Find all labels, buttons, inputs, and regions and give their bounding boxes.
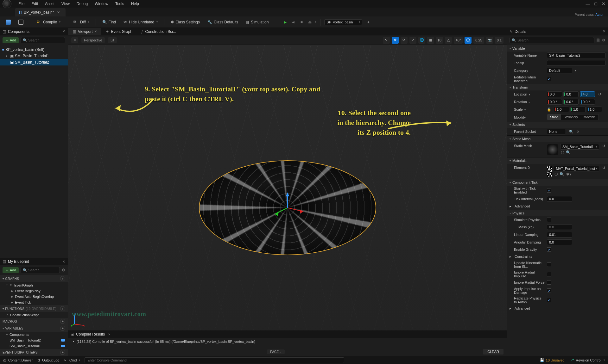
construction-script-item[interactable]: ƒConstructionScript <box>0 312 68 318</box>
camera-speed-value[interactable]: 0.1 <box>495 37 504 44</box>
ignore-radial-force-checkbox[interactable] <box>547 280 551 285</box>
macros-header[interactable]: MACROS+ <box>0 318 68 325</box>
add-blueprint-button[interactable]: ＋ Add <box>3 267 19 273</box>
add-component-button[interactable]: ＋ Add <box>3 37 19 43</box>
parent-class-link[interactable]: Actor <box>595 13 604 16</box>
rotation-y[interactable]: 0.0 ° <box>563 99 579 105</box>
window-close-icon[interactable]: ✕ <box>602 1 605 6</box>
enable-gravity-checkbox[interactable]: ✔ <box>547 247 551 252</box>
scale-x[interactable]: 1.0 <box>554 107 569 112</box>
replicate-physics-checkbox[interactable]: ✔ <box>547 298 551 302</box>
apply-impulse-checkbox[interactable]: ✔ <box>547 288 551 293</box>
event-tick[interactable]: ◆Event Tick <box>0 299 68 305</box>
window-maximize-icon[interactable]: □ <box>595 1 597 6</box>
stop-button[interactable]: ■ <box>298 19 305 26</box>
close-panel-icon[interactable]: ✕ <box>62 29 65 34</box>
components-panel-tab[interactable]: ◫ Components ✕ <box>0 28 68 35</box>
functions-header[interactable]: ▾FUNCTIONS(19 OVERRIDABLE)+ <box>0 305 68 312</box>
add-dispatcher-button[interactable]: + <box>60 350 65 355</box>
settings-icon[interactable]: ⚙ <box>62 268 65 272</box>
eventgraph-tab[interactable]: ✦Event Graph <box>101 28 136 35</box>
window-minimize-icon[interactable]: — <box>586 1 590 6</box>
components-vars-header[interactable]: ▾Components <box>0 332 68 337</box>
add-variable-button[interactable]: + <box>60 326 65 331</box>
editable-checkbox[interactable]: ✔ <box>547 77 551 81</box>
tick-interval-field[interactable]: 0.0 <box>547 196 572 202</box>
my-blueprint-tab[interactable]: ▤ My Blueprint ✕ <box>0 258 68 265</box>
location-y[interactable]: 0.0 <box>563 91 579 97</box>
menu-asset[interactable]: Asset <box>42 1 58 7</box>
angle-snap-value[interactable]: 45° <box>454 37 463 44</box>
close-panel-icon[interactable]: ✕ <box>603 29 605 34</box>
section-variable[interactable]: ▾Variable <box>507 45 608 52</box>
cmd-selector[interactable]: >_Cmd▾ <box>64 358 80 362</box>
browse-icon[interactable]: 🔍 <box>569 130 573 134</box>
static-mesh-selector[interactable]: SM_Basin_Tutorial1▾ <box>560 144 599 150</box>
scale-y[interactable]: 1.0 <box>570 107 586 112</box>
viewport-3d[interactable]: z x y 9. Select "SM_Basin_Tutorial1" (yo… <box>68 45 507 330</box>
use-selected-icon[interactable]: ⬡ <box>554 172 558 176</box>
details-search[interactable]: 🔍 Search <box>510 37 594 43</box>
debug-target-selector[interactable]: BP_vortex_basin▾ <box>324 19 362 25</box>
menu-view[interactable]: View <box>58 1 73 7</box>
lock-scale-icon[interactable]: 🔓 <box>547 108 551 112</box>
menu-help[interactable]: Help <box>128 1 142 7</box>
component-sm1[interactable]: ▾ ▣ SM_Basin_Tutorial1 <box>0 53 68 59</box>
physics-advanced-label[interactable]: Advanced <box>515 306 530 310</box>
tick-advanced-label[interactable]: Advanced <box>515 204 530 208</box>
lit-mode-button[interactable]: Lit <box>108 37 117 43</box>
unsaved-indicator[interactable]: 💾10 Unsaved <box>540 358 565 362</box>
section-transform[interactable]: ▾Transform <box>507 84 608 90</box>
skip-button[interactable]: ⏭ <box>290 19 297 26</box>
class-defaults-button[interactable]: 🔧 Class Defaults <box>205 19 241 26</box>
construction-tab[interactable]: ƒConstruction Scr... <box>137 28 181 35</box>
event-overlap[interactable]: ◆Event ActorBeginOverlap <box>0 294 68 299</box>
mobility-stationary[interactable]: Stationary <box>561 114 581 120</box>
eject-button[interactable]: ⏏ <box>306 19 313 26</box>
dispatchers-header[interactable]: EVENT DISPATCHERS+ <box>0 349 68 356</box>
blueprint-search[interactable]: 🔍 Search <box>21 267 60 273</box>
constraints-label[interactable]: Constraints <box>515 255 532 258</box>
category-dropdown[interactable]: ▾ <box>575 69 576 72</box>
scale-snap-value[interactable]: 0.25 <box>473 37 484 44</box>
mobility-static[interactable]: Static <box>547 114 561 120</box>
coord-space-button[interactable]: 🌐 <box>418 37 425 44</box>
linear-damping-field[interactable]: 0.01 <box>547 232 572 238</box>
use-selected-icon[interactable]: ⬡ <box>561 150 564 155</box>
static-mesh-thumbnail[interactable] <box>547 144 558 155</box>
compiler-results-tab[interactable]: ▣ Compiler Results ✕ <box>68 331 507 338</box>
close-tab-icon[interactable]: ✕ <box>94 30 97 33</box>
parent-socket-field[interactable]: None <box>547 129 566 134</box>
play-options-dropdown[interactable]: ▾ <box>315 21 316 23</box>
components-search[interactable]: 🔍 Search <box>21 37 65 43</box>
component-sm2[interactable]: ▣ SM_Basin_Tutorial2 <box>0 59 68 65</box>
output-log-button[interactable]: 🗒Output Log <box>37 358 59 362</box>
locate-button[interactable]: ⌖ <box>365 19 372 26</box>
reset-location-button[interactable]: ↺ <box>598 92 601 96</box>
category-field[interactable]: Default <box>547 68 572 73</box>
close-tab-icon[interactable]: ✕ <box>57 10 60 15</box>
rotation-z[interactable]: 0.0 ° <box>580 99 595 105</box>
eventgraph-item[interactable]: ▾ ✦ EventGraph <box>0 282 68 288</box>
angular-damping-field[interactable]: 0.0 <box>547 239 572 245</box>
select-tool[interactable]: ↖ <box>383 37 390 44</box>
content-drawer-button[interactable]: 🗂Content Drawer <box>3 358 33 362</box>
browse-to-icon[interactable]: 🔍 <box>560 172 564 176</box>
material-selector[interactable]: MAT_Portal_Tutorial_Inst▾ <box>554 166 599 171</box>
graphs-header[interactable]: ▾GRAPHS+ <box>0 275 68 282</box>
reset-mesh-button[interactable]: ↺ <box>602 144 605 148</box>
clear-icon[interactable]: ✕ <box>577 130 580 134</box>
camera-speed-icon[interactable]: 📷 <box>486 37 493 44</box>
add-graph-button[interactable]: + <box>60 276 65 281</box>
add-macro-button[interactable]: + <box>60 319 65 324</box>
menu-tools[interactable]: Tools <box>112 1 127 7</box>
section-static-mesh[interactable]: ▾Static Mesh <box>507 136 608 142</box>
play-button[interactable]: ▶ <box>282 19 288 26</box>
more-icon[interactable]: ✱▾ <box>566 172 571 176</box>
ignore-radial-impulse-checkbox[interactable] <box>547 272 551 276</box>
rotation-x[interactable]: 0.0 ° <box>547 99 562 105</box>
filter-icon[interactable]: 目 <box>596 38 600 43</box>
rotate-tool[interactable]: ⟳ <box>401 37 408 44</box>
simulation-button[interactable]: ▦ Simulation <box>243 19 271 26</box>
tooltip-field[interactable] <box>547 60 605 66</box>
